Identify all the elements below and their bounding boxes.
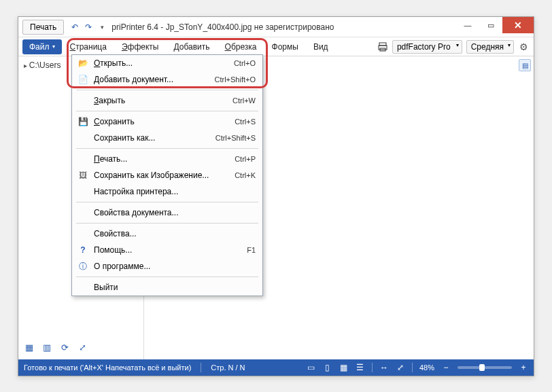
expand-icon[interactable]: ⤢ [77,342,88,353]
menu-separator [76,90,258,90]
menu-properties[interactable]: Свойства... [72,226,262,242]
minimize-button[interactable]: — [456,17,479,33]
about-icon: ⓘ [76,260,90,272]
menu-help[interactable]: ? Помощь... F1 [72,242,262,258]
folder-open-icon: 📂 [76,57,90,69]
status-page: Стр. N / N [211,363,245,372]
app-title: priPrinter 6.4 - Jp_STonY_400x400.jpg не… [111,22,334,32]
statusbar-separator [412,363,413,372]
menu-view[interactable]: Вид [307,39,335,54]
menu-save-image[interactable]: 🖼 Сохранить как Изображение... Ctrl+K [72,167,262,183]
quick-access-toolbar: ↶ ↷ ▾ [69,22,107,33]
fit-width-icon[interactable]: ↔ [379,363,389,372]
menu-add[interactable]: Добавить [167,39,216,54]
menu-exit[interactable]: Выйти [72,279,262,296]
view-single-icon[interactable]: ▯ [323,363,332,372]
panel-toggle-icon[interactable]: ▤ [519,59,531,71]
menu-separator [76,202,258,202]
menu-file[interactable]: Файл [22,39,62,54]
help-icon: ? [76,244,90,256]
view-list-icon[interactable]: ☰ [356,363,365,372]
menu-effects[interactable]: Эффекты [115,39,166,54]
status-ready: Готово к печати ('Alt+X' Напечатать всё … [24,363,191,372]
menu-close[interactable]: Закрыть Ctrl+W [72,92,262,109]
menubar: Файл Страница Эффекты Добавить Обрезка Ф… [18,37,534,56]
menu-forms[interactable]: Формы [265,39,305,54]
page-add-icon[interactable]: ▦ [24,342,35,353]
view-grid-icon[interactable]: ▦ [339,363,349,372]
print-button[interactable]: Печать [22,20,64,35]
menu-separator [76,111,258,111]
gear-icon[interactable]: ⚙ [518,41,530,52]
statusbar: Готово к печати ('Alt+X' Напечатать всё … [18,359,534,376]
qat-dropdown-icon[interactable]: ▾ [97,22,107,33]
menu-separator [76,277,258,277]
zoom-in-icon[interactable]: + [519,363,528,372]
quality-select[interactable]: Средняя [466,40,514,54]
image-icon: 🖼 [76,169,90,181]
svg-rect-0 [379,43,386,46]
menu-open[interactable]: 📂 Открыть... Ctrl+O [72,55,262,71]
titlebar: Печать ↶ ↷ ▾ priPrinter 6.4 - Jp_STonY_4… [18,17,534,37]
document-add-icon: 📄 [76,73,90,86]
maximize-button[interactable]: ▭ [479,17,502,33]
menu-about[interactable]: ⓘ О программе... [72,258,262,274]
printer-icon [377,41,388,52]
menu-save[interactable]: 💾 Сохранить Ctrl+S [72,113,262,130]
zoom-value: 48% [419,363,434,372]
file-menu-dropdown: 📂 Открыть... Ctrl+O 📄 Добавить документ.… [71,54,263,296]
menu-separator [76,223,258,224]
menu-print[interactable]: Печать... Ctrl+P [72,151,262,167]
redo-icon[interactable]: ↷ [83,22,94,33]
save-icon: 💾 [76,115,90,128]
refresh-icon[interactable]: ⟳ [59,342,70,353]
menu-add-document[interactable]: 📄 Добавить документ... Ctrl+Shift+O [72,71,262,88]
menu-doc-properties[interactable]: Свойства документа... [72,204,262,221]
menu-printer-setup[interactable]: Настройка принтера... [72,183,262,200]
page-del-icon[interactable]: ▥ [41,342,52,353]
printer-select[interactable]: pdfFactory Pro [392,40,462,54]
menu-crop[interactable]: Обрезка [218,39,264,54]
sidebar-toolbar: ▦ ▥ ⟳ ⤢ [24,339,138,355]
undo-icon[interactable]: ↶ [69,22,80,33]
close-button[interactable]: ✕ [502,17,534,33]
zoom-out-icon[interactable]: − [441,363,451,372]
fit-page-icon[interactable]: ⤢ [396,363,405,372]
statusbar-separator [201,363,201,372]
menu-separator [76,148,258,149]
zoom-slider[interactable] [458,366,512,369]
statusbar-separator [372,363,373,372]
view-book-icon[interactable]: ▭ [307,363,316,372]
menu-save-as[interactable]: Сохранить как... Ctrl+Shift+S [72,130,262,146]
window-controls: — ▭ ✕ [456,17,534,33]
menu-page[interactable]: Страница [63,39,114,54]
